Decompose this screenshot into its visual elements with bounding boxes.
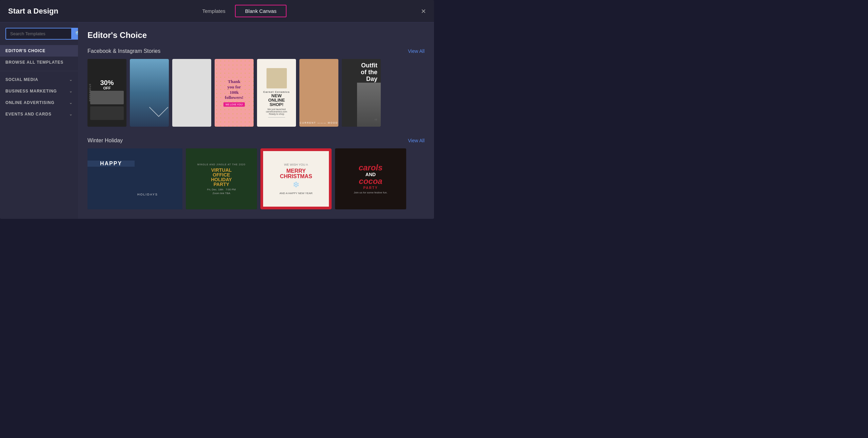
modal: Start a Design Templates Blank Canvas × … (0, 0, 434, 219)
section-header-holiday: Winter Holiday View All (87, 138, 425, 144)
section-facebook-instagram-stories: Facebook & Instagram Stories View All ST… (87, 48, 425, 127)
sidebar-item-label: BUSINESS MARKETING (5, 89, 57, 93)
cocoa-text: cocoa (359, 177, 382, 185)
sidebar-item-label: EVENTS AND CARDS (5, 112, 52, 117)
view-all-holiday[interactable]: View All (408, 138, 425, 143)
chevron-down-icon: ⌄ (69, 89, 73, 93)
template-card-30off[interactable]: STORENAME 30% OFF THIS SATURDAY9AM - 5PM (87, 59, 126, 127)
virtual-office-party-text: VIRTUALOFFICEHOLIDAYPARTY (211, 168, 232, 187)
modal-body: 🔍 EDITOR'S CHOICE BROWSE ALL TEMPLATES S… (0, 22, 434, 219)
search-icon: 🔍 (75, 31, 78, 37)
main-content-title: Editor's Choice (87, 30, 425, 40)
happy-new-year-text: AND A HAPPY NEW YEAR (279, 192, 313, 195)
section-title: Facebook & Instagram Stories (87, 48, 160, 54)
template-card-newshop[interactable]: Carnet Ceramics NEWONLINESHOP! We just l… (257, 59, 296, 127)
sidebar-item-browse-all[interactable]: BROWSE ALL TEMPLATES (0, 57, 78, 68)
holidays-label: HOLIDAYS (135, 191, 182, 198)
sidebar-nav: EDITOR'S CHOICE BROWSE ALL TEMPLATES (0, 45, 78, 68)
template-card-ootd[interactable]: Outfitof theDay ↑↑ (342, 59, 381, 127)
main-content: Editor's Choice Facebook & Instagram Sto… (78, 22, 434, 219)
party-details: Fri, Dec. 18th 7:00 PM Zoom link TBA (207, 188, 236, 195)
sidebar-divider (0, 71, 78, 71)
shop-new-label: NEWONLINESHOP! (268, 93, 285, 107)
sidebar-item-label: EDITOR'S CHOICE (5, 48, 45, 53)
tab-templates[interactable]: Templates (193, 5, 235, 17)
sidebar-item-events-and-cards[interactable]: EVENTS AND CARDS ⌄ (0, 108, 78, 120)
section-winter-holiday: Winter Holiday View All HAPPY HOLIDAYS (87, 138, 425, 209)
ootd-text: Outfitof theDay (361, 62, 377, 82)
template-card-carols-cocoa[interactable]: carols AND cocoa PARTY Join us for some … (335, 148, 406, 209)
christmas-icon: ❄️ (293, 181, 299, 188)
holiday-party-subtitle: MINGLE AND JINGLE AT THE 2020 (197, 163, 245, 166)
header-tabs: Templates Blank Canvas (193, 5, 287, 17)
chevron-down-icon: ⌄ (69, 112, 73, 117)
happy-label: HAPPY (87, 161, 135, 167)
sidebar-item-online-advertising[interactable]: ONLINE ADVERTISING ⌄ (0, 97, 78, 108)
party-label: PARTY (363, 186, 378, 190)
discount-off: OFF (87, 86, 126, 90)
sidebar-item-label: ONLINE ADVERTISING (5, 100, 55, 105)
sidebar-item-editors-choice[interactable]: EDITOR'S CHOICE (0, 45, 78, 57)
search-input[interactable] (5, 28, 71, 40)
chevron-down-icon: ⌄ (69, 78, 73, 82)
sidebar-item-label: SOCIAL MEDIA (5, 77, 38, 82)
discount-pct: 30% (87, 79, 126, 86)
template-card-thankyou[interactable]: Thankyou for100kfollowers! WE LOVE YOU! (215, 59, 254, 127)
template-card-photo[interactable] (130, 59, 169, 127)
section-title-holiday: Winter Holiday (87, 138, 123, 144)
stories-templates-row: STORENAME 30% OFF THIS SATURDAY9AM - 5PM (87, 59, 425, 127)
we-wish-label: WE WISH YOU A (284, 163, 308, 166)
section-header: Facebook & Instagram Stories View All (87, 48, 425, 54)
template-card-merry-christmas[interactable]: WE WISH YOU A MERRYCHRISTMAS ❄️ AND A HA… (260, 148, 332, 209)
sidebar-item-label: BROWSE ALL TEMPLATES (5, 60, 63, 65)
search-button[interactable]: 🔍 (71, 28, 78, 40)
holiday-templates-row: HAPPY HOLIDAYS MINGLE AND JINGLE AT THE … (87, 148, 425, 209)
we-love-badge: WE LOVE YOU! (223, 102, 245, 107)
tab-blank-canvas[interactable]: Blank Canvas (235, 5, 287, 17)
template-card-mood[interactable]: CURRENT ——— MOOD (299, 59, 338, 127)
mood-label: CURRENT ——— MOOD (299, 122, 338, 124)
thank-you-text: Thankyou for100kfollowers! (225, 79, 243, 100)
modal-header: Start a Design Templates Blank Canvas × (0, 0, 434, 22)
sidebar-item-business-marketing[interactable]: BUSINESS MARKETING ⌄ (0, 85, 78, 97)
close-button[interactable]: × (421, 7, 426, 15)
shop-sub: We just launchedcarnetceramics.comReady … (266, 108, 287, 115)
modal-title: Start a Design (8, 7, 58, 16)
merry-christmas-text: MERRYCHRISTMAS (280, 168, 312, 179)
sidebar-item-social-media[interactable]: SOCIAL MEDIA ⌄ (0, 74, 78, 85)
sidebar: 🔍 EDITOR'S CHOICE BROWSE ALL TEMPLATES S… (0, 22, 78, 219)
template-card-virtual-office[interactable]: MINGLE AND JINGLE AT THE 2020 VIRTUALOFF… (186, 148, 257, 209)
chevron-down-icon: ⌄ (69, 101, 73, 105)
shop-image-area (267, 68, 287, 88)
template-card-happy[interactable]: HAPPY HOLIDAYS (87, 148, 182, 209)
view-all-stories[interactable]: View All (408, 48, 425, 54)
carols-text: carols (359, 164, 383, 172)
template-card-fashion[interactable] (172, 59, 211, 127)
search-box: 🔍 (5, 28, 73, 40)
festive-text: Join us for some festive fun. (354, 191, 388, 194)
sidebar-categories: SOCIAL MEDIA ⌄ BUSINESS MARKETING ⌄ ONLI… (0, 74, 78, 120)
